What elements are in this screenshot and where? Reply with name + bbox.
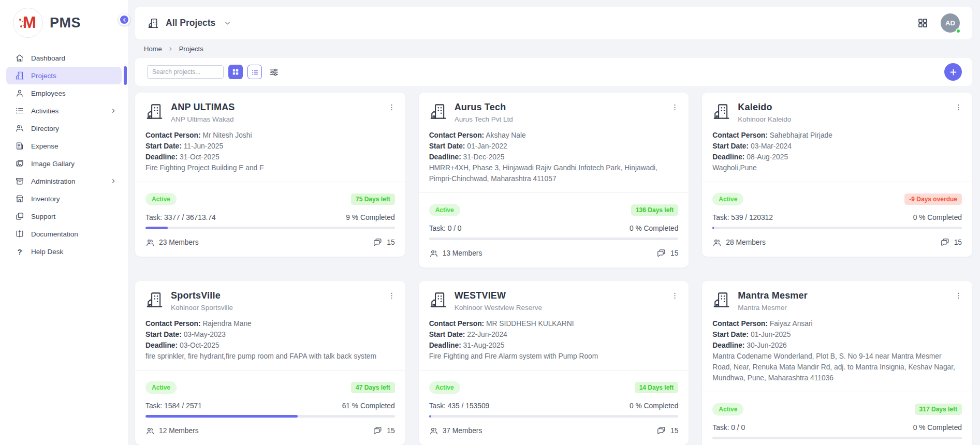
apps-grid-icon[interactable] (917, 18, 928, 28)
completed-percent: 0 % Completed (630, 402, 678, 410)
kebab-icon (670, 291, 679, 300)
chat-group[interactable]: 15 (373, 426, 394, 436)
breadcrumb-projects[interactable]: Projects (179, 45, 203, 53)
contact-value: Sahebhajrat Pirjade (770, 131, 832, 139)
start-date-label: Start Date: (712, 331, 749, 338)
start-date-value: 22-Jun-2024 (467, 331, 507, 338)
sidebar-collapse-button[interactable] (119, 14, 130, 25)
progress-fill (429, 415, 431, 418)
sidebar-item-inventory[interactable]: Inventory (6, 190, 122, 207)
members-count: 28 Members (726, 239, 766, 246)
card-menu-button[interactable] (669, 290, 680, 301)
kebab-icon (387, 103, 396, 112)
user-avatar[interactable]: AD (941, 13, 960, 33)
contact-value: Akshay Nale (486, 131, 525, 139)
members-group: 37 Members (429, 426, 482, 436)
card-menu-button[interactable] (386, 102, 397, 113)
project-card[interactable]: Aurus Tech Aurus Tech Pvt Ltd Contact Pe… (419, 93, 689, 268)
filter-button[interactable] (269, 67, 280, 78)
building-icon (145, 102, 164, 121)
grid-view-button[interactable] (228, 65, 243, 79)
start-date-value: 03-May-2023 (184, 331, 226, 338)
deadline-label: Deadline: (712, 342, 744, 349)
sidebar-item-expense[interactable]: Expense (6, 137, 122, 155)
contact-value: MR SIDDHESH KULKARNI (486, 320, 574, 328)
card-titles: Kaleido Kohinoor Kaleido (738, 102, 791, 123)
sidebar-item-label: Directory (31, 125, 59, 132)
sidebar-item-documentation[interactable]: Documentation (6, 225, 122, 243)
list-icon (15, 106, 24, 115)
members-count: 23 Members (159, 239, 199, 246)
sidebar-item-employees[interactable]: Employees (6, 84, 122, 102)
project-card[interactable]: SportsVille Kohinoor Sportsville Contact… (135, 281, 405, 445)
sidebar-item-label: Employees (31, 90, 66, 97)
card-stats: Active 317 Days left Task: 0 / 0 0 % Com… (702, 392, 972, 445)
start-date-line: Start Date: 11-Jun-2025 (145, 141, 395, 152)
chat-group[interactable]: 15 (656, 248, 678, 258)
sidebar-item-projects[interactable]: Projects (6, 67, 122, 84)
chevron-right-icon (110, 178, 116, 184)
deadline-value: 31-Oct-2025 (180, 153, 220, 161)
chat-group[interactable]: 15 (373, 238, 394, 247)
card-header: ANP ULTIMAS ANP Ultimas Wakad (135, 93, 405, 123)
badge-row: Active 136 Days left (429, 204, 679, 216)
task-count: Task: 0 / 0 (712, 424, 745, 432)
online-status-dot (956, 28, 961, 34)
deadline-line: Deadline: 30-Jun-2026 (712, 340, 962, 351)
sidebar-nav: DashboardProjectsEmployeesActivitiesDire… (0, 49, 128, 260)
breadcrumb-home[interactable]: Home (144, 45, 162, 53)
project-card[interactable]: Kaleido Kohinoor Kaleido Contact Person:… (702, 93, 972, 257)
card-menu-button[interactable] (669, 102, 680, 113)
badge-row: Active 75 Days left (145, 193, 395, 205)
chat-icon (656, 426, 666, 436)
add-project-button[interactable] (944, 63, 962, 81)
chat-group[interactable]: 15 (656, 426, 678, 436)
projects-grid: ANP ULTIMAS ANP Ultimas Wakad Contact Pe… (135, 93, 972, 445)
contact-label: Contact Person: (712, 320, 768, 328)
contact-label: Contact Person: (145, 131, 201, 139)
sidebar-item-activities[interactable]: Activities (6, 102, 122, 120)
days-left-badge: 47 Days left (351, 382, 395, 393)
project-card[interactable]: Mantra Mesmer Mantra Mesmer Contact Pers… (702, 281, 972, 445)
project-title: Mantra Mesmer (738, 290, 808, 301)
sidebar-item-directory[interactable]: Directory (6, 120, 122, 137)
project-title: WESTVIEW (455, 290, 542, 301)
deadline-value: 03-Oct-2025 (180, 342, 220, 349)
deadline-label: Deadline: (712, 153, 744, 161)
project-selector[interactable]: All Projects (148, 18, 231, 29)
app-title: PMS (50, 15, 81, 31)
contact-value: Rajendra Mane (202, 320, 251, 328)
sidebar-item-help-desk[interactable]: ?Help Desk (6, 243, 122, 260)
sidebar-item-label: Help Desk (31, 248, 63, 256)
list-view-icon (251, 68, 259, 76)
list-view-button[interactable] (247, 65, 262, 79)
card-menu-button[interactable] (953, 102, 964, 113)
sidebar-item-label: Inventory (31, 195, 60, 203)
project-card[interactable]: ANP ULTIMAS ANP Ultimas Wakad Contact Pe… (135, 93, 405, 257)
page-title: All Projects (166, 18, 215, 28)
contact-label: Contact Person: (145, 320, 201, 328)
members-group: 13 Members (429, 249, 482, 258)
task-count: Task: 1584 / 2571 (145, 402, 202, 410)
sidebar-item-support[interactable]: Support (6, 207, 122, 225)
sidebar-item-dashboard[interactable]: Dashboard (6, 49, 122, 67)
card-menu-button[interactable] (953, 290, 964, 301)
card-stats: Active 75 Days left Task: 3377 / 36713.7… (135, 182, 405, 257)
card-menu-button[interactable] (386, 290, 397, 301)
progress-bar (145, 227, 395, 229)
project-card[interactable]: WESTVIEW Kohinoor Westview Reserve Conta… (419, 281, 689, 445)
sidebar-item-image-gallary[interactable]: Image Gallary (6, 155, 122, 172)
sidebar-item-administration[interactable]: Administration (6, 172, 122, 190)
search-input[interactable] (147, 65, 224, 79)
members-icon (429, 426, 438, 436)
contact-line: Contact Person: Sahebhajrat Pirjade (712, 130, 962, 141)
card-footer: 12 Members 15 (145, 426, 395, 436)
days-left-badge: 317 Days left (915, 404, 962, 415)
contact-label: Contact Person: (712, 131, 768, 139)
project-description: Mantra Codename Wonderland, Plot B, S. N… (712, 351, 962, 383)
archive-icon (15, 176, 24, 186)
card-stats: Active 14 Days left Task: 435 / 153509 0… (419, 370, 689, 445)
chat-count: 15 (670, 249, 678, 257)
chat-group[interactable]: 15 (940, 238, 962, 247)
sidebar-item-label: Projects (31, 72, 56, 80)
